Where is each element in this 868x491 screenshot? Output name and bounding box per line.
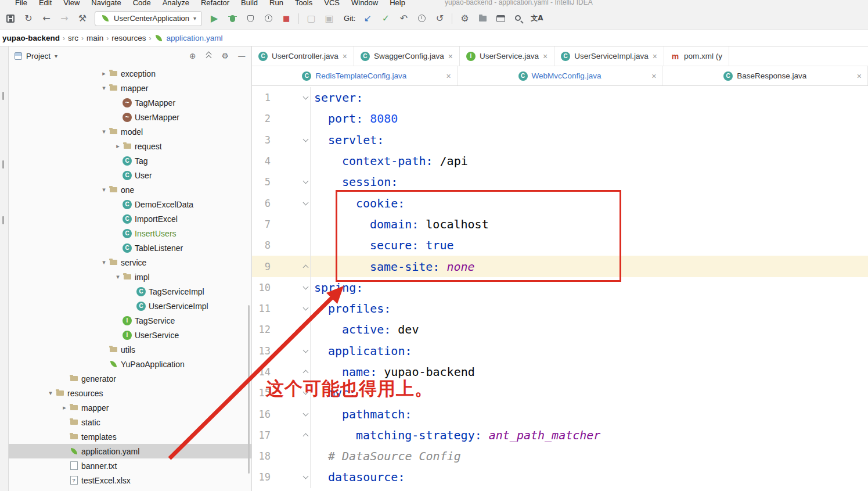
menu-tools[interactable]: Tools xyxy=(295,0,312,7)
breadcrumb-item[interactable]: src xyxy=(68,34,78,42)
git-update-button[interactable]: ↙ xyxy=(362,12,373,25)
code-line[interactable]: 7domain:localhost xyxy=(252,214,868,235)
code-line[interactable]: 14name:yupao-backend xyxy=(252,361,868,382)
code-line[interactable]: 5session: xyxy=(252,171,868,192)
settings-button[interactable]: ⚙ xyxy=(459,12,470,25)
tree-item[interactable]: User xyxy=(9,168,251,182)
translate-button[interactable]: 文A xyxy=(531,12,543,25)
tree-item[interactable]: request xyxy=(9,139,251,153)
menu-navigate[interactable]: Navigate xyxy=(91,0,121,7)
fold-icon[interactable] xyxy=(301,403,310,424)
code-line[interactable]: 11profiles: xyxy=(252,298,868,319)
tree-item[interactable]: mapper xyxy=(9,81,251,95)
code-line[interactable]: 19datasource: xyxy=(252,467,868,488)
code-editor[interactable]: 1server: 2port:8080 3servlet: 4context-p… xyxy=(252,86,868,491)
stripe-button[interactable] xyxy=(2,160,4,169)
code-line[interactable]: 18# DataSource Config xyxy=(252,446,868,467)
tree-item[interactable]: InsertUsers xyxy=(9,226,251,241)
chevron-icon[interactable] xyxy=(99,259,109,266)
tree-item[interactable]: exception xyxy=(9,66,251,81)
menu-analyze[interactable]: Analyze xyxy=(163,0,189,7)
menu-vcs[interactable]: VCS xyxy=(324,0,340,7)
debug-button[interactable] xyxy=(226,12,238,25)
breadcrumb-item[interactable]: main xyxy=(87,34,103,42)
tree-item[interactable]: TableListener xyxy=(9,241,251,255)
profiler-button[interactable] xyxy=(262,12,274,25)
fold-icon[interactable] xyxy=(301,171,310,192)
chevron-icon[interactable] xyxy=(46,389,55,397)
fold-icon[interactable] xyxy=(301,277,310,298)
build-button[interactable]: ⚒ xyxy=(77,12,88,25)
tree-item[interactable]: UserServiceImpl xyxy=(9,299,251,313)
close-icon[interactable] xyxy=(343,52,347,60)
fold-icon[interactable] xyxy=(301,361,310,382)
tree-item[interactable]: UserMapper xyxy=(9,110,251,124)
code-line-current[interactable]: 9same-site:none xyxy=(252,256,868,277)
tree-item[interactable]: model xyxy=(9,124,251,139)
tree-item[interactable]: templates xyxy=(9,429,251,444)
tab-userservice[interactable]: UserService.java xyxy=(460,46,554,66)
menu-refactor[interactable]: Refactor xyxy=(201,0,229,7)
fold-icon[interactable] xyxy=(301,87,310,108)
close-icon[interactable] xyxy=(448,52,453,60)
menu-build[interactable]: Build xyxy=(241,0,258,7)
fold-icon[interactable] xyxy=(301,341,310,361)
menu-edit[interactable]: Edit xyxy=(39,0,52,7)
tree-item[interactable]: testExcel.xlsx xyxy=(9,473,251,488)
fold-icon[interactable] xyxy=(301,192,310,213)
chevron-icon[interactable] xyxy=(113,273,123,281)
tab-webmvcconfig[interactable]: WebMvcConfig.java xyxy=(458,66,663,85)
tree-item-application-yaml[interactable]: application.yaml xyxy=(9,444,251,458)
chevron-icon[interactable] xyxy=(99,84,109,92)
back-button[interactable]: ← xyxy=(41,12,52,25)
fold-icon[interactable] xyxy=(301,256,310,277)
fold-icon[interactable] xyxy=(301,298,310,319)
breadcrumb-item[interactable]: yupao-backend xyxy=(2,34,60,42)
menu-run[interactable]: Run xyxy=(269,0,283,7)
tree-item[interactable]: TagMapper xyxy=(9,95,251,110)
code-line[interactable]: 13application: xyxy=(252,341,868,361)
chevron-icon[interactable] xyxy=(99,70,109,77)
chevron-icon[interactable] xyxy=(113,142,123,150)
close-icon[interactable] xyxy=(543,52,548,60)
git-history-button[interactable] xyxy=(416,12,427,25)
fold-icon[interactable] xyxy=(301,382,310,403)
tree-item[interactable]: YuPaoApplication xyxy=(9,357,251,371)
close-icon[interactable] xyxy=(651,72,656,80)
tree-item[interactable]: UserService xyxy=(9,328,251,342)
fold-icon[interactable] xyxy=(301,130,310,150)
run-button[interactable]: ▶ xyxy=(208,12,220,25)
code-line[interactable]: 15mvc: xyxy=(252,382,868,403)
search-everywhere-button[interactable] xyxy=(513,12,524,25)
chevron-icon[interactable] xyxy=(99,186,109,193)
breadcrumb-item-current-file[interactable]: application.yaml xyxy=(154,34,223,43)
tree-item[interactable]: mapper xyxy=(9,400,251,415)
tree-item[interactable]: static xyxy=(9,415,251,429)
code-line[interactable]: 2port:8080 xyxy=(252,108,868,129)
close-icon[interactable] xyxy=(857,72,862,80)
menu-help[interactable]: Help xyxy=(390,0,405,7)
disabled-tool-button-2[interactable]: ▣ xyxy=(323,12,335,25)
chevron-icon[interactable] xyxy=(99,128,109,135)
coverage-button[interactable] xyxy=(244,12,256,25)
code-line[interactable]: 16pathmatch: xyxy=(252,403,868,424)
code-line[interactable]: 6cookie: xyxy=(252,192,868,213)
tab-baseresponse[interactable]: BaseResponse.java xyxy=(662,66,868,85)
code-line[interactable]: 1server: xyxy=(252,87,868,108)
tree-item[interactable]: resources xyxy=(9,386,251,400)
breadcrumb-item[interactable]: resources xyxy=(111,34,146,42)
terminal-button[interactable] xyxy=(495,12,506,25)
gear-icon[interactable]: ⚙ xyxy=(221,51,228,60)
undo-button[interactable]: ↺ xyxy=(434,12,445,25)
collapse-all-icon[interactable] xyxy=(205,52,212,59)
code-line[interactable]: 17matching-strategy:ant_path_matcher xyxy=(252,425,868,446)
code-line[interactable]: 8secure:true xyxy=(252,235,868,256)
tree-item[interactable]: TagService xyxy=(9,313,251,328)
menu-view[interactable]: View xyxy=(63,0,80,7)
hide-panel-button[interactable]: — xyxy=(238,51,246,60)
tree-item[interactable]: TagServiceImpl xyxy=(9,284,251,299)
git-rollback-button[interactable]: ↶ xyxy=(398,12,409,25)
tree-item[interactable]: ImportExcel xyxy=(9,212,251,226)
tab-usercontroller[interactable]: UserController.java xyxy=(252,46,354,66)
tab-pom-xml[interactable]: pom.xml (y xyxy=(664,46,729,66)
